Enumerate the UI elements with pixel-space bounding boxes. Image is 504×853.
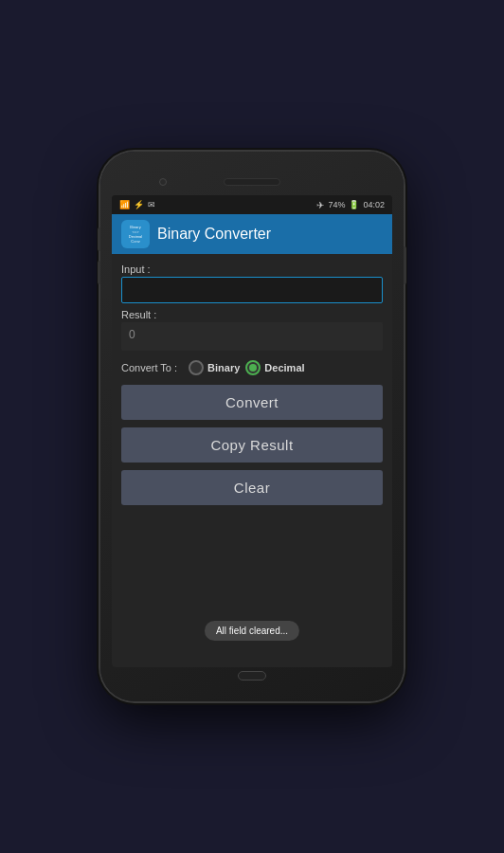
volume-up-button (98, 227, 100, 251)
front-camera (159, 178, 167, 186)
signal-icon: 📶 (119, 200, 130, 209)
app-logo: Binary<=>DecimalConv (121, 220, 150, 248)
clear-button[interactable]: Clear (121, 470, 383, 505)
usb-icon: ⚡ (134, 200, 144, 209)
convert-to-label: Convert To : (121, 362, 177, 373)
input-section: Input : (121, 263, 383, 303)
result-section: Result : 0 (121, 309, 383, 351)
radio-decimal-circle[interactable] (245, 360, 261, 375)
toast-message: All field cleared... (205, 621, 299, 641)
result-field: 0 (121, 322, 383, 351)
phone-top-bar (112, 169, 392, 195)
radio-binary-circle[interactable] (189, 360, 204, 375)
input-field[interactable] (121, 277, 383, 303)
logo-text: Binary<=>DecimalConv (129, 225, 142, 245)
time-display: 04:02 (363, 200, 385, 209)
home-button[interactable] (238, 671, 266, 681)
radio-decimal-label: Decimal (264, 362, 304, 373)
radio-decimal[interactable]: Decimal (245, 360, 304, 375)
status-bar: 📶 ⚡ ✉ ✈ 74% 🔋 04:02 (112, 195, 392, 214)
app-title: Binary Converter (157, 226, 271, 243)
volume-down-button (98, 261, 100, 284)
convert-to-row: Convert To : Binary Decimal (121, 360, 383, 375)
result-label: Result : (121, 309, 383, 320)
status-right-info: ✈ 74% 🔋 04:02 (316, 200, 385, 210)
status-left-icons: 📶 ⚡ ✉ (119, 200, 155, 209)
phone-screen: 📶 ⚡ ✉ ✈ 74% 🔋 04:02 Binary<=>DecimalConv… (112, 195, 392, 667)
convert-button[interactable]: Convert (121, 385, 383, 420)
battery-icon: 🔋 (349, 200, 359, 209)
copy-result-button[interactable]: Copy Result (121, 427, 383, 463)
battery-percent: 74% (328, 200, 345, 209)
power-button (404, 246, 406, 284)
radio-group: Binary Decimal (189, 360, 304, 375)
message-icon: ✉ (148, 200, 155, 209)
phone-device: 📶 ⚡ ✉ ✈ 74% 🔋 04:02 Binary<=>DecimalConv… (100, 152, 404, 701)
radio-binary[interactable]: Binary (189, 360, 240, 375)
content-area: Input : Result : 0 Convert To : Binary D… (112, 254, 392, 667)
airplane-icon: ✈ (316, 200, 324, 210)
phone-bottom (112, 667, 392, 684)
radio-binary-label: Binary (207, 362, 240, 373)
earpiece-speaker (224, 178, 280, 186)
app-bar: Binary<=>DecimalConv Binary Converter (112, 214, 392, 254)
input-label: Input : (121, 263, 383, 275)
